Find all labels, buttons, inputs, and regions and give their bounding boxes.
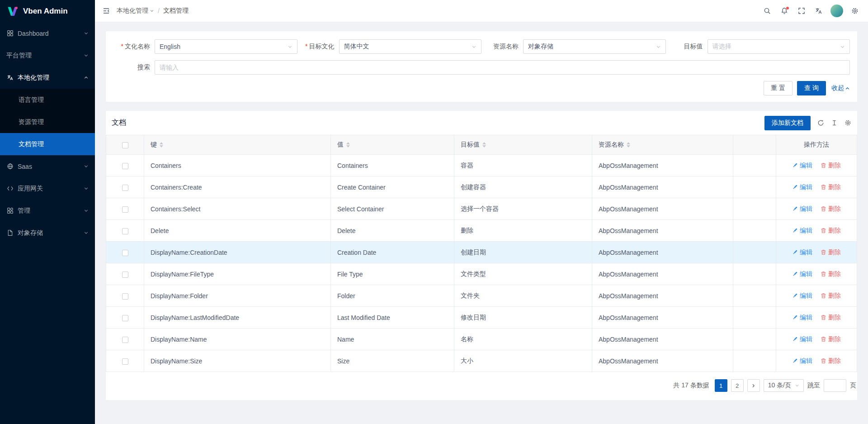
field-select[interactable]: 请选择 xyxy=(708,39,850,54)
edit-button[interactable]: 编辑 xyxy=(792,357,812,365)
table-row[interactable]: Containers:Create Create Container 创建容器 … xyxy=(106,176,857,198)
sidebar-subitem[interactable]: 资源管理 xyxy=(0,111,95,133)
cell-actions: 编辑 删除 xyxy=(776,350,857,372)
next-page-button[interactable] xyxy=(747,379,760,392)
sort-icon[interactable] xyxy=(627,142,630,148)
breadcrumb-item[interactable]: 本地化管理 xyxy=(117,7,154,15)
page-button-1[interactable]: 1 xyxy=(715,379,727,392)
edit-button[interactable]: 编辑 xyxy=(792,292,812,300)
page-size-select[interactable]: 10 条/页 xyxy=(764,379,804,392)
sidebar-item[interactable]: 本地化管理 xyxy=(0,67,95,89)
delete-label: 删除 xyxy=(828,205,841,213)
settings-gear-icon[interactable] xyxy=(846,0,863,22)
cell-value: Creation Date xyxy=(331,242,454,263)
reset-button[interactable]: 重 置 xyxy=(764,81,793,95)
column-header-target[interactable]: 目标值 xyxy=(454,135,592,155)
cell-target-value: 容器 xyxy=(454,155,592,176)
sort-icon[interactable] xyxy=(346,142,350,148)
sidebar-subitem[interactable]: 文档管理 xyxy=(0,133,95,155)
edit-button[interactable]: 编辑 xyxy=(792,205,812,213)
row-checkbox[interactable] xyxy=(122,163,128,169)
delete-button[interactable]: 删除 xyxy=(821,248,841,257)
storage-icon xyxy=(6,229,14,236)
edit-button[interactable]: 编辑 xyxy=(792,314,812,322)
avatar[interactable] xyxy=(830,5,843,17)
table-row[interactable]: Delete Delete 删除 AbpOssManagement 编辑 删除 xyxy=(106,220,857,242)
sidebar-item[interactable]: Dashboard xyxy=(0,22,95,44)
edit-button[interactable]: 编辑 xyxy=(792,248,812,257)
column-header-key[interactable]: 键 xyxy=(144,135,331,155)
collapse-link[interactable]: 收起 xyxy=(831,84,850,92)
edit-button[interactable]: 编辑 xyxy=(792,270,812,278)
refresh-icon[interactable] xyxy=(817,119,824,126)
sidebar-item[interactable]: 对象存储 xyxy=(0,222,95,244)
edit-button[interactable]: 编辑 xyxy=(792,162,812,170)
column-header-resource[interactable]: 资源名称 xyxy=(592,135,733,155)
table-row[interactable]: Containers:Select Select Container 选择一个容… xyxy=(106,198,857,220)
chevron-down-icon xyxy=(150,9,154,13)
field-select[interactable]: 简体中文 xyxy=(339,39,482,54)
edit-button[interactable]: 编辑 xyxy=(792,227,812,235)
table-row[interactable]: DisplayName:LastModifiedDate Last Modifi… xyxy=(106,307,857,329)
table-row[interactable]: DisplayName:Size Size 大小 AbpOssManagemen… xyxy=(106,350,857,372)
fullscreen-icon[interactable] xyxy=(793,0,810,22)
row-checkbox[interactable] xyxy=(122,206,128,213)
search-icon[interactable] xyxy=(759,0,776,22)
filter-panel: *文化名称English*目标文化简体中文资源名称对象存储目标值请选择 搜索 重… xyxy=(106,31,857,102)
row-checkbox[interactable] xyxy=(122,315,128,321)
table-row[interactable]: DisplayName:FileType File Type 文件类型 AbpO… xyxy=(106,263,857,285)
sidebar-subitem[interactable]: 语言管理 xyxy=(0,89,95,111)
sidebar-item[interactable]: Saas xyxy=(0,155,95,177)
logo[interactable]: Vben Admin xyxy=(0,0,95,22)
sidebar-item[interactable]: 平台管理 xyxy=(0,44,95,67)
table-row[interactable]: Containers Containers 容器 AbpOssManagemen… xyxy=(106,155,857,176)
sort-icon[interactable] xyxy=(160,142,163,148)
row-checkbox[interactable] xyxy=(122,228,128,234)
query-button[interactable]: 查 询 xyxy=(797,81,826,95)
delete-button[interactable]: 删除 xyxy=(821,162,841,170)
filter-fields: *文化名称English*目标文化简体中文资源名称对象存储目标值请选择 搜索 xyxy=(113,39,850,75)
edit-button[interactable]: 编辑 xyxy=(792,335,812,343)
delete-button[interactable]: 删除 xyxy=(821,183,841,191)
edit-button[interactable]: 编辑 xyxy=(792,183,812,191)
add-document-button[interactable]: 添加新文档 xyxy=(764,116,811,130)
row-checkbox[interactable] xyxy=(122,337,128,343)
row-checkbox[interactable] xyxy=(122,293,128,300)
column-height-icon[interactable] xyxy=(831,119,838,126)
field-select[interactable]: 对象存储 xyxy=(523,39,666,54)
delete-button[interactable]: 删除 xyxy=(821,314,841,322)
menu-fold-icon[interactable] xyxy=(100,5,112,17)
table-row[interactable]: DisplayName:Folder Folder 文件夹 AbpOssMana… xyxy=(106,285,857,307)
delete-button[interactable]: 删除 xyxy=(821,292,841,300)
row-checkbox[interactable] xyxy=(122,272,128,278)
delete-button[interactable]: 删除 xyxy=(821,270,841,278)
cell-resource-name: AbpOssManagement xyxy=(592,329,733,350)
table-row[interactable]: DisplayName:CreationDate Creation Date 创… xyxy=(106,242,857,263)
sidebar-item[interactable]: 应用网关 xyxy=(0,177,95,200)
table-row[interactable]: DisplayName:Name Name 名称 AbpOssManagemen… xyxy=(106,329,857,350)
sidebar-item[interactable]: 管理 xyxy=(0,200,95,222)
delete-button[interactable]: 删除 xyxy=(821,227,841,235)
field-select[interactable]: English xyxy=(155,39,297,54)
pencil-icon xyxy=(792,336,798,342)
delete-button[interactable]: 删除 xyxy=(821,205,841,213)
pencil-icon xyxy=(792,228,798,233)
row-checkbox[interactable] xyxy=(122,185,128,191)
search-input[interactable] xyxy=(155,60,850,75)
row-checkbox[interactable] xyxy=(122,358,128,365)
jump-page-input[interactable] xyxy=(824,379,846,392)
cell-key: Containers:Create xyxy=(144,176,331,198)
select-all-checkbox[interactable] xyxy=(122,142,128,148)
sort-icon[interactable] xyxy=(482,142,486,148)
cell-value: File Type xyxy=(331,263,454,285)
settings-gear-icon[interactable] xyxy=(844,119,851,126)
bell-icon[interactable] xyxy=(776,0,793,22)
cell-resource-name: AbpOssManagement xyxy=(592,350,733,372)
translate-icon[interactable] xyxy=(810,0,827,22)
page-button-2[interactable]: 2 xyxy=(731,379,744,392)
delete-button[interactable]: 删除 xyxy=(821,335,841,343)
row-checkbox[interactable] xyxy=(122,250,128,256)
column-header-value[interactable]: 值 xyxy=(331,135,454,155)
cell-resource-name: AbpOssManagement xyxy=(592,285,733,307)
delete-button[interactable]: 删除 xyxy=(821,357,841,365)
